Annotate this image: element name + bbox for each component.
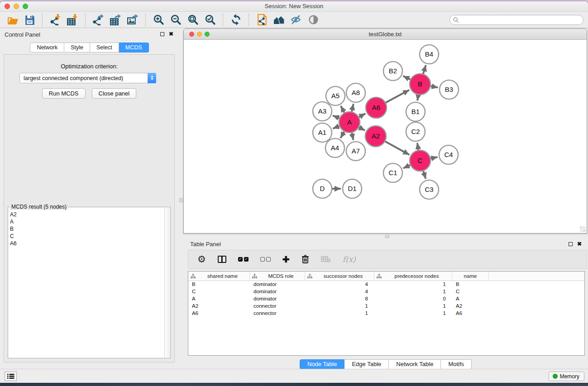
column-header-MCDS-role[interactable]: MCDS role xyxy=(250,272,305,281)
run-mcds-button[interactable]: Run MCDS xyxy=(42,88,86,99)
graph-node-A3[interactable]: A3 xyxy=(313,102,332,121)
minimize-window-button[interactable] xyxy=(14,4,19,9)
graph-node-C4[interactable]: C4 xyxy=(439,145,458,164)
tab-edge-table[interactable]: Edge Table xyxy=(344,359,389,369)
graph-node-A4[interactable]: A4 xyxy=(325,138,344,157)
graph-node-B2[interactable]: B2 xyxy=(383,62,402,81)
result-item[interactable]: A xyxy=(10,218,164,225)
close-panel-button[interactable]: Close panel xyxy=(92,88,137,99)
save-session-icon[interactable] xyxy=(21,13,38,27)
tab-style[interactable]: Style xyxy=(64,43,90,52)
tab-mcds[interactable]: MCDS xyxy=(119,43,149,52)
graph-node-C1[interactable]: C1 xyxy=(383,163,402,182)
toolbar-separator xyxy=(223,14,223,26)
zoom-fit-icon[interactable] xyxy=(184,13,201,27)
optimization-criterion-label: Optimization criterion: xyxy=(4,63,174,70)
table-row[interactable]: A6connector11A6 xyxy=(188,310,584,317)
table-toolbar: ⚙ ✓✓ ✚ xyxy=(188,250,587,269)
result-item[interactable]: A2 xyxy=(10,211,164,218)
network-close-button[interactable] xyxy=(189,32,194,37)
graph-node-A1[interactable]: A1 xyxy=(313,123,332,142)
graph-node-B4[interactable]: B4 xyxy=(420,45,439,64)
refresh-icon[interactable] xyxy=(227,13,244,27)
zoom-window-button[interactable] xyxy=(23,4,28,9)
export-table-icon[interactable] xyxy=(107,13,124,27)
close-table-panel-icon[interactable]: ✖ xyxy=(577,241,582,247)
search-input[interactable] xyxy=(459,16,583,24)
show-columns-icon[interactable] xyxy=(218,253,226,266)
network-area: testGlobe.txt B4B2BB3A8A5A6A3B1AC2A1A2A4… xyxy=(183,28,588,369)
graph-node-C[interactable]: C xyxy=(410,150,430,171)
result-scrollbar[interactable] xyxy=(164,208,170,357)
graph-node-D1[interactable]: D1 xyxy=(343,179,362,198)
tab-network[interactable]: Network xyxy=(30,43,64,52)
memory-button[interactable]: Memory xyxy=(549,372,584,381)
graph-node-A[interactable]: A xyxy=(339,112,360,133)
export-image-icon[interactable] xyxy=(124,13,141,27)
table-row[interactable]: Bdominator41B xyxy=(188,281,584,288)
toolbar-separator xyxy=(85,14,86,26)
network-zoom-button[interactable] xyxy=(205,32,210,37)
criterion-dropdown[interactable]: largest connected component (directed) xyxy=(19,73,156,83)
delete-column-trash-icon[interactable] xyxy=(301,253,309,266)
column-type-icon xyxy=(191,274,196,278)
resize-grip[interactable] xyxy=(580,226,586,232)
task-history-button[interactable] xyxy=(5,372,17,381)
table-row[interactable]: Cdominator41C xyxy=(188,288,584,295)
graph-node-C3[interactable]: C3 xyxy=(420,180,439,199)
graph-node-A8[interactable]: A8 xyxy=(346,83,365,102)
graph-node-A6[interactable]: A6 xyxy=(366,97,387,118)
close-panel-icon[interactable]: ✖ xyxy=(169,31,173,37)
table-cell: dominator xyxy=(250,295,305,303)
vertical-splitter[interactable] xyxy=(179,28,183,369)
toolbar-separator xyxy=(145,14,146,26)
table-settings-gear-icon[interactable]: ⚙ xyxy=(197,253,206,266)
result-item[interactable]: A6 xyxy=(10,240,164,247)
mcds-tab-content: Optimization criterion: largest connecte… xyxy=(4,54,175,362)
show-all-icon[interactable] xyxy=(305,13,322,27)
export-network-icon[interactable] xyxy=(90,13,107,27)
tab-network-table[interactable]: Network Table xyxy=(389,359,441,369)
home-view-icon[interactable] xyxy=(270,13,287,27)
graph-node-B3[interactable]: B3 xyxy=(440,80,459,99)
search-field[interactable] xyxy=(449,15,583,25)
import-network-icon[interactable] xyxy=(47,13,64,27)
add-column-icon[interactable]: ✚ xyxy=(282,253,290,266)
open-file-icon[interactable] xyxy=(4,13,21,27)
mcds-result-list[interactable]: A2ABCA6 xyxy=(10,211,164,357)
column-header-predecessor-nodes[interactable]: predecessor nodes xyxy=(374,272,452,281)
float-panel-icon[interactable] xyxy=(160,32,164,36)
tab-motifs[interactable]: Motifs xyxy=(441,359,472,369)
graph-node-C2[interactable]: C2 xyxy=(406,122,425,141)
graph-node-D[interactable]: D xyxy=(313,179,332,198)
import-table-icon[interactable] xyxy=(64,13,81,27)
zoom-out-icon[interactable] xyxy=(167,13,184,27)
graph-node-B1[interactable]: B1 xyxy=(406,102,425,121)
network-canvas[interactable]: B4B2BB3A8A5A6A3B1AC2A1A2A4A7C4CC1DD1C3 xyxy=(184,40,587,233)
column-header-successor-nodes[interactable]: successor nodes xyxy=(305,272,374,281)
tab-select[interactable]: Select xyxy=(90,43,119,52)
zoom-in-icon[interactable] xyxy=(150,13,167,27)
select-all-rows-icon[interactable]: ✓✓ xyxy=(238,253,249,266)
table-cell: A6 xyxy=(188,310,250,317)
graph-node-A7[interactable]: A7 xyxy=(346,142,365,161)
result-item[interactable]: C xyxy=(10,233,164,240)
deselect-all-rows-icon[interactable] xyxy=(260,253,271,266)
table-row[interactable]: A2connector11A2 xyxy=(188,303,584,310)
table-row[interactable]: Adominator80A xyxy=(188,295,584,303)
zoom-selected-icon[interactable] xyxy=(201,13,219,27)
network-window-title: testGlobe.txt xyxy=(184,29,587,39)
tab-node-table[interactable]: Node Table xyxy=(300,359,345,369)
column-header-shared-name[interactable]: shared name xyxy=(188,272,250,281)
graph-node-A2[interactable]: A2 xyxy=(365,126,386,147)
hide-selected-icon[interactable] xyxy=(287,13,305,27)
graph-node-B[interactable]: B xyxy=(410,74,430,95)
horizontal-splitter[interactable] xyxy=(183,234,588,238)
column-header-name[interactable]: name xyxy=(452,272,489,281)
close-window-button[interactable] xyxy=(5,4,10,9)
graph-node-A5[interactable]: A5 xyxy=(326,86,345,105)
result-item[interactable]: B xyxy=(10,225,164,233)
float-table-panel-icon[interactable] xyxy=(569,242,573,246)
network-file-icon[interactable] xyxy=(253,13,270,27)
network-minimize-button[interactable] xyxy=(197,32,202,37)
